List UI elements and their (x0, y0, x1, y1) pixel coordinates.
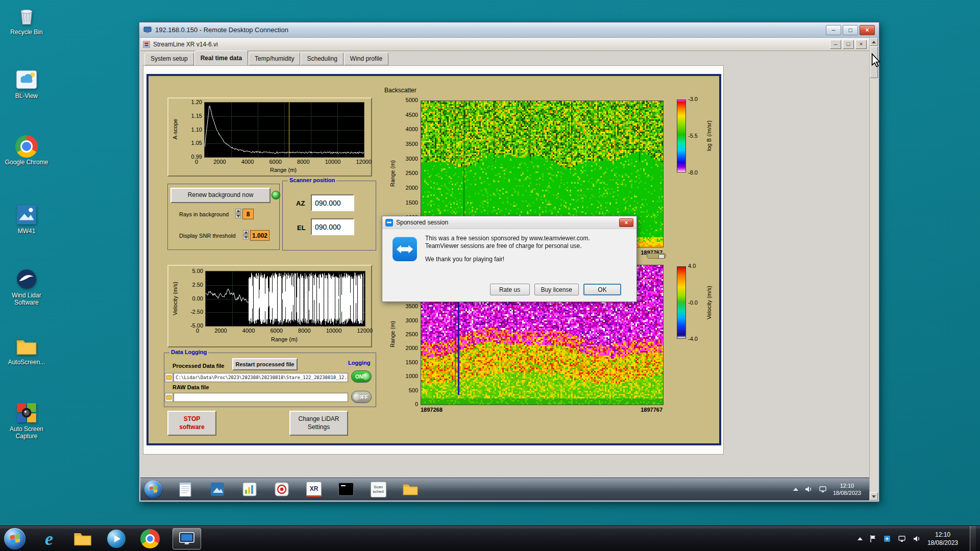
rays-spinner[interactable] (235, 209, 241, 218)
change-lidar-settings-button[interactable]: Change LiDAR Settings (289, 411, 348, 436)
clock[interactable]: 12:10 18/08/2023 (927, 531, 958, 547)
dialog-text: This was a free session sponsored by www… (425, 235, 590, 263)
rdp-titlebar[interactable]: 192.168.0.150 - Remote Desktop Connectio… (139, 22, 879, 38)
raw-logging-switch[interactable]: OFF (351, 391, 372, 403)
stop-software-button[interactable]: STOP software (167, 411, 216, 436)
desktop-icon-wind-lidar-software[interactable]: Wind Lidar Software (2, 267, 51, 307)
taskbar-item-explorer[interactable] (71, 528, 94, 550)
rdp-maximize-button[interactable]: □ (843, 25, 858, 35)
tab-wind-profile[interactable]: Wind profile (344, 53, 388, 65)
rdp-close-button[interactable]: × (860, 25, 875, 35)
tab-scheduling[interactable]: Scheduling (301, 53, 343, 65)
renew-background-button[interactable]: Renew background now (170, 188, 271, 203)
x-tick: 8000 (298, 328, 310, 334)
y-tick: 5000 (406, 97, 418, 103)
x-tick: 0 (196, 328, 199, 334)
raw-path-field[interactable] (174, 393, 348, 402)
app-titlebar[interactable]: StreamLine XR v14-6.vi – □ × (140, 38, 869, 51)
tab-system-setup[interactable]: System setup (144, 53, 194, 65)
y-tick: 5.00 (192, 268, 203, 274)
remote-desktop: StreamLine XR v14-6.vi – □ × System setu… (140, 38, 869, 500)
remote-clock-date: 18/08/2023 (833, 489, 861, 496)
remote-clock[interactable]: 12:10 18/08/2023 (833, 482, 861, 496)
x-tick: 2000 (213, 159, 226, 165)
y-tick: 3500 (406, 141, 418, 147)
y-tick: 4500 (406, 112, 418, 118)
taskbar-item-media-player[interactable] (105, 528, 128, 550)
dialog-titlebar[interactable]: Sponsored session × (382, 216, 636, 229)
raw-data-file-label: RAW Data file (173, 384, 209, 390)
remote-taskbar-item-notepad[interactable] (176, 480, 195, 498)
x-tick: 10000 (326, 328, 342, 334)
remote-taskbar-item-record[interactable] (272, 480, 291, 498)
processed-logging-switch[interactable]: ON (351, 370, 372, 383)
taskbar-item-remote-desktop-active[interactable] (173, 528, 201, 549)
remote-taskbar-item-streamline-xr[interactable]: XR (304, 480, 324, 498)
ok-button[interactable]: OK (583, 284, 621, 295)
desktop-icon-auto-screen-capture[interactable]: Auto Screen Capture (2, 401, 51, 440)
snr-spinner[interactable] (243, 230, 249, 240)
time-scroll-slider[interactable] (647, 253, 666, 259)
app-minimize-button[interactable]: – (830, 40, 841, 49)
processed-data-file-label: Processed Data file (173, 363, 225, 369)
rays-value[interactable]: 8 (242, 209, 254, 219)
dialog-close-button[interactable]: × (619, 218, 633, 227)
rdp-vertical-scrollbar[interactable] (869, 38, 878, 500)
y-tick: 1500 (406, 360, 418, 365)
remote-volume-icon[interactable] (804, 485, 813, 493)
processed-path-field[interactable]: C:\Lidar\Data\Proc\2023\202308\20230818\… (174, 373, 348, 382)
snr-value[interactable]: 1.002 (250, 230, 270, 241)
tray-expand-icon[interactable] (857, 537, 863, 540)
app-icon (143, 41, 150, 48)
clock-time: 12:10 (927, 531, 958, 539)
remote-taskbar-item-app-blue[interactable] (208, 480, 227, 498)
desktop-icon-label: Wind Lidar Software (2, 292, 51, 307)
show-desktop-button[interactable] (970, 526, 976, 551)
velocity-graph: Velocity (m/s) 5.002.500.00-2.50-5.00 02… (167, 265, 372, 347)
network-icon[interactable] (898, 535, 906, 543)
desktop-icon-mw41[interactable]: MW41 (2, 203, 51, 235)
logging-label: Logging (348, 360, 370, 366)
remote-start-button[interactable] (144, 481, 162, 498)
x-tick: 2000 (214, 328, 227, 334)
clock-date: 18/08/2023 (927, 539, 958, 547)
y-tick: 2500 (406, 332, 418, 337)
desktop-icon-autoscreen[interactable]: AutoScreen... (2, 334, 51, 366)
tab-temp-humidity[interactable]: Temp/humidity (249, 53, 300, 65)
desktop-icon-bl-view[interactable]: BL-View (2, 68, 51, 99)
remote-taskbar-item-explorer[interactable] (401, 480, 420, 498)
remote-taskbar-item-command-prompt[interactable] (336, 480, 356, 498)
app-title: StreamLine XR v14-6.vi (153, 41, 827, 48)
start-button[interactable] (4, 528, 26, 549)
data-logging-title: Data Logging (169, 349, 208, 355)
dialog-buttons: Rate us Buy license OK (490, 284, 621, 295)
colorbar-tick: -8.0 (688, 170, 698, 176)
remote-taskbar-item-scan-scheduler[interactable]: Scan sched (369, 480, 388, 498)
taskbar-item-chrome[interactable] (139, 528, 161, 550)
desktop-icon-recycle-bin[interactable]: Recycle Bin (2, 4, 51, 36)
action-center-flag-icon[interactable] (869, 535, 876, 543)
app-restore-button[interactable]: □ (843, 40, 854, 49)
desktop-icon-google-chrome[interactable]: Google Chrome (2, 135, 51, 166)
volume-icon[interactable] (913, 535, 921, 543)
tray-app-icon[interactable] (883, 535, 891, 543)
raw-path-browse-icon[interactable] (165, 393, 173, 402)
dialog-line1: This was a free session sponsored by www… (425, 235, 590, 242)
remote-tray-expand-icon[interactable] (793, 488, 798, 491)
scroll-down-button[interactable] (870, 492, 878, 500)
scrollbar-thumb[interactable] (870, 46, 878, 78)
processed-path-browse-icon[interactable] (165, 373, 173, 382)
remote-network-icon[interactable] (819, 485, 827, 493)
remote-taskbar-item-chart-app[interactable] (240, 480, 259, 498)
tab-real-time-data[interactable]: Real time data (194, 51, 248, 65)
velocity-xlabel: Range (m) (246, 336, 323, 342)
rate-us-button[interactable]: Rate us (490, 284, 530, 295)
taskbar-item-internet-explorer[interactable]: e (38, 528, 60, 550)
rdp-minimize-button[interactable]: – (826, 25, 841, 35)
scroll-up-button[interactable] (870, 38, 878, 46)
restart-processed-file-button[interactable]: Restart processed file (232, 358, 298, 370)
az-field[interactable]: 090.000 (311, 194, 354, 211)
el-field[interactable]: 090.000 (311, 218, 354, 235)
app-close-button[interactable]: × (855, 40, 867, 49)
buy-license-button[interactable]: Buy license (534, 284, 579, 295)
